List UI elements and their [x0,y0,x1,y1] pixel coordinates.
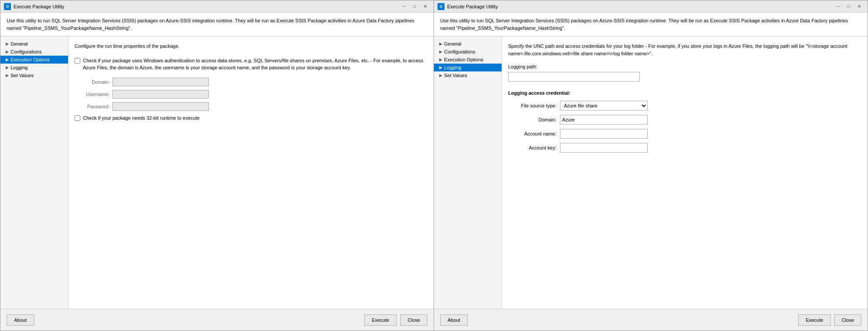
content-area-left: ▶ General ▶ Configurations ▶ Execution O… [0,36,434,309]
footer-right-right: Execute Close [798,314,861,326]
windows-auth-row: Check if your package uses Windows authe… [75,57,427,71]
nav-item-execution-options-left[interactable]: ▶ Execution Options [0,56,68,64]
main-panel-left: Configure the run time properties of the… [68,36,434,309]
window-title-left: Execute Package Utility [14,4,65,9]
domain-input-right[interactable] [560,115,648,125]
nav-item-set-values-left[interactable]: ▶ Set Values [0,71,68,79]
description-bar-right: Use this utility to run SQL Server Integ… [434,13,868,36]
domain-label: Domain: [75,79,110,85]
footer-right-window: About Execute Close [434,309,868,331]
footer-right-left: Execute Close [364,314,427,326]
nav-arrow-general-right: ▶ [439,42,442,46]
close-dialog-button-left[interactable]: Close [400,314,427,326]
app-icon-left: ⚙ [4,3,11,10]
nav-label-configurations-left: Configurations [11,49,42,54]
domain-row: Domain: [75,78,427,86]
nav-item-general-right[interactable]: ▶ General [434,40,502,48]
file-source-type-select[interactable]: Azure file share Azure blob storage [560,101,648,110]
nav-item-set-values-right[interactable]: ▶ Set Values [434,71,502,79]
account-name-row: Account name: [508,129,861,139]
password-label: Password: [75,104,110,109]
password-row: Password: [75,102,427,111]
description-text-right: Use this utility to run SQL Server Integ… [440,18,848,31]
close-button-right[interactable]: ✕ [854,3,864,11]
close-dialog-button-right[interactable]: Close [834,314,861,326]
nav-label-logging-right: Logging [444,65,461,70]
account-key-input[interactable] [560,143,648,153]
account-key-label: Account key: [508,145,556,150]
file-source-type-row: File source type: Azure file share Azure… [508,101,861,110]
execute-button-right[interactable]: Execute [798,314,831,326]
content-area-right: ▶ General ▶ Configurations ▶ Execution O… [434,36,868,309]
footer-left: About Execute Close [0,309,434,331]
title-bar-controls-left: ─ □ ✕ [399,3,430,11]
nav-arrow-logging-right: ▶ [439,65,442,70]
account-key-row: Account key: [508,143,861,153]
nav-label-general-right: General [444,41,461,46]
nav-label-configurations-right: Configurations [444,49,475,54]
access-credential-title: Logging access credential: [508,90,861,96]
nav-label-set-values-right: Set Values [444,73,467,78]
nav-arrow-logging-left: ▶ [6,65,9,70]
account-name-label: Account name: [508,131,556,136]
domain-row-right: Domain: [508,115,861,125]
logging-path-input[interactable] [508,72,640,82]
username-input[interactable] [112,90,209,99]
minimize-button-right[interactable]: ─ [833,3,843,11]
nav-item-configurations-left[interactable]: ▶ Configurations [0,48,68,56]
window-left: ⚙ Execute Package Utility ─ □ ✕ Use this… [0,0,434,331]
close-button-left[interactable]: ✕ [420,3,430,11]
nav-arrow-execution-options-left: ▶ [6,57,9,62]
nav-arrow-general-left: ▶ [6,42,9,46]
minimize-button-left[interactable]: ─ [399,3,409,11]
about-button-left[interactable]: About [7,314,34,326]
maximize-button-right[interactable]: □ [844,3,854,11]
nav-arrow-configurations-right: ▶ [439,50,442,54]
nav-arrow-configurations-left: ▶ [6,50,9,54]
nav-label-set-values-left: Set Values [11,73,33,78]
password-input[interactable] [112,102,209,111]
title-bar-controls-right: ─ □ ✕ [833,3,864,11]
title-bar-right: ⚙ Execute Package Utility ─ □ ✕ [434,0,868,13]
nav-label-execution-options-right: Execution Options [444,57,483,62]
nav-item-logging-right[interactable]: ▶ Logging [434,64,502,71]
nav-panel-right: ▶ General ▶ Configurations ▶ Execution O… [434,36,502,309]
domain-input[interactable] [112,78,209,86]
main-panel-right: Specify the UNC path and access credenti… [502,36,868,309]
username-label: Username: [75,92,110,97]
panel-description-left: Configure the run time properties of the… [75,43,427,50]
description-text-left: Use this utility to run SQL Server Integ… [7,18,414,31]
about-button-right[interactable]: About [440,314,468,326]
account-name-input[interactable] [560,129,648,139]
bit32-checkbox[interactable] [75,115,80,121]
nav-label-execution-options-left: Execution Options [11,57,50,62]
nav-item-configurations-right[interactable]: ▶ Configurations [434,48,502,56]
file-source-type-label: File source type: [508,103,556,108]
logging-path-section: Logging path: [508,64,861,82]
panel-description-right: Specify the UNC path and access credenti… [508,43,861,57]
nav-item-logging-left[interactable]: ▶ Logging [0,64,68,71]
username-row: Username: [75,90,427,99]
nav-label-logging-left: Logging [11,65,28,70]
description-bar-left: Use this utility to run SQL Server Integ… [0,13,434,36]
nav-item-execution-options-right[interactable]: ▶ Execution Options [434,56,502,64]
logging-path-label: Logging path: [508,64,861,69]
windows-auth-text: Check if your package uses Windows authe… [83,57,427,71]
domain-label-right: Domain: [508,117,556,122]
windows-auth-checkbox[interactable] [75,58,80,64]
nav-label-general-left: General [11,41,28,46]
execute-button-left[interactable]: Execute [364,314,397,326]
nav-panel-left: ▶ General ▶ Configurations ▶ Execution O… [0,36,68,309]
window-title-right: Execute Package Utility [447,4,498,9]
title-bar-left: ⚙ Execute Package Utility ─ □ ✕ [0,0,434,13]
bit32-row: Check if your package needs 32-bit runti… [75,115,427,121]
app-icon-right: ⚙ [438,3,445,10]
window-right: ⚙ Execute Package Utility ─ □ ✕ Use this… [434,0,868,331]
nav-arrow-set-values-left: ▶ [6,73,9,78]
maximize-button-left[interactable]: □ [410,3,420,11]
nav-arrow-execution-options-right: ▶ [439,57,442,62]
bit32-label: Check if your package needs 32-bit runti… [83,115,200,121]
nav-arrow-set-values-right: ▶ [439,73,442,78]
nav-item-general-left[interactable]: ▶ General [0,40,68,48]
